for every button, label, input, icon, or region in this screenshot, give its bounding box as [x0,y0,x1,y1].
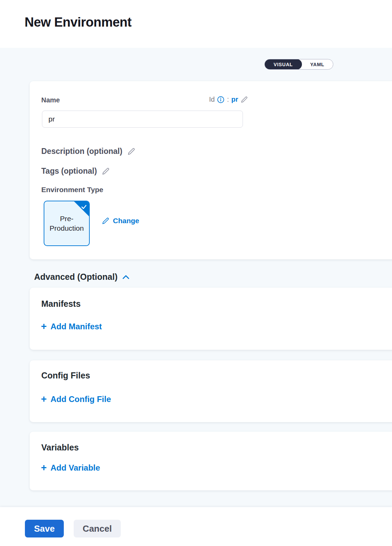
edit-tags-icon[interactable] [102,167,110,175]
add-manifest-label: Add Manifest [50,322,102,331]
manifests-card: Manifests + Add Manifest [30,288,392,350]
plus-icon: + [41,321,47,331]
check-icon [81,203,87,210]
edit-description-icon[interactable] [127,147,135,156]
id-separator: : [227,96,229,103]
page-title: New Environment [25,15,131,30]
cancel-button[interactable]: Cancel [74,520,121,537]
visual-yaml-toggle: VISUAL YAML [264,59,333,70]
variables-title: Variables [41,443,79,452]
environment-type-tile-label: Pre-Production [44,214,89,233]
id-label: Id [209,96,215,103]
add-manifest-button[interactable]: + Add Manifest [41,322,102,331]
id-display: Id : pr [209,96,248,103]
change-label: Change [113,217,139,225]
change-environment-type-link[interactable]: Change [102,217,139,225]
tags-row[interactable]: Tags (optional) [41,167,110,176]
name-input[interactable] [42,111,243,128]
add-config-file-label: Add Config File [50,394,111,404]
plus-icon: + [41,463,47,473]
footer-action-bar: Save Cancel [0,507,392,546]
environment-details-card: Name Id : pr Description (optional) [30,81,392,259]
tab-visual[interactable]: VISUAL [264,59,302,70]
plus-icon: + [41,394,47,404]
advanced-optional-label: Advanced (Optional) [34,272,117,282]
add-variable-button[interactable]: + Add Variable [41,463,100,473]
advanced-optional-toggle[interactable]: Advanced (Optional) [34,272,130,282]
config-files-title: Config Files [41,371,90,380]
tags-label: Tags (optional) [41,167,97,176]
info-icon[interactable] [217,96,224,103]
description-label: Description (optional) [41,147,122,156]
variables-card: Variables + Add Variable [30,432,392,490]
add-variable-label: Add Variable [50,463,100,473]
name-label: Name [41,96,60,104]
id-value: pr [231,96,238,103]
change-pencil-icon [102,217,110,225]
save-button[interactable]: Save [25,520,64,537]
edit-id-icon[interactable] [241,96,248,103]
config-files-card: Config Files + Add Config File [30,360,392,422]
add-config-file-button[interactable]: + Add Config File [41,394,111,404]
description-row[interactable]: Description (optional) [41,147,135,156]
tab-yaml[interactable]: YAML [302,59,333,69]
chevron-up-icon [122,275,130,279]
environment-type-tile-pre-production[interactable]: Pre-Production [44,201,90,246]
new-environment-page: New Environment VISUAL YAML Name Id : pr [0,0,392,546]
manifests-title: Manifests [41,299,81,309]
environment-type-label: Environment Type [41,186,103,194]
